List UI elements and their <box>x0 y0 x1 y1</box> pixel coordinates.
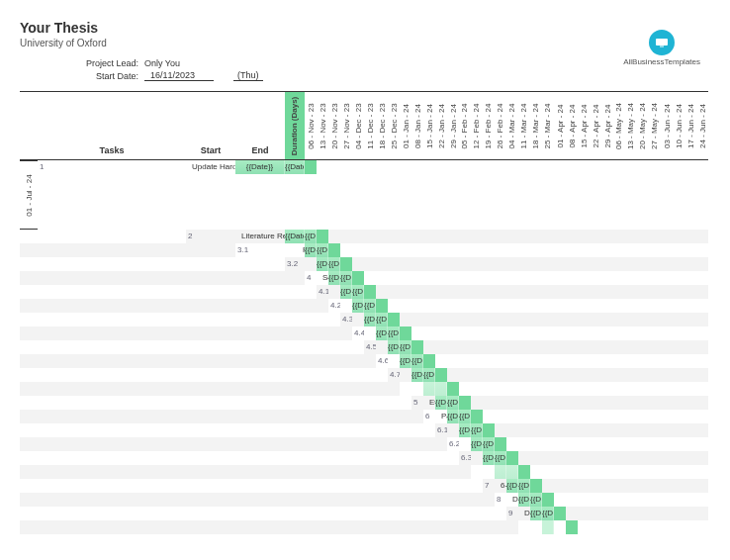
task-duration[interactable] <box>411 340 423 354</box>
gantt-cell[interactable] <box>400 520 411 534</box>
gantt-cell[interactable] <box>400 493 411 507</box>
start-date-input[interactable]: 16/11/2023 <box>144 70 214 81</box>
gantt-cell[interactable] <box>590 451 601 465</box>
task-end[interactable] <box>435 382 447 396</box>
task-start[interactable]: {{Date}} <box>459 423 471 437</box>
gantt-cell[interactable] <box>20 437 38 451</box>
gantt-cell[interactable] <box>364 354 376 368</box>
gantt-cell[interactable] <box>542 327 554 340</box>
gantt-cell[interactable] <box>637 423 649 437</box>
gantt-cell[interactable] <box>696 396 708 410</box>
gantt-cell[interactable] <box>186 271 235 285</box>
gantt-cell[interactable] <box>423 285 435 299</box>
gantt-cell[interactable] <box>435 271 447 285</box>
gantt-cell[interactable] <box>518 410 530 423</box>
gantt-cell[interactable] <box>471 396 483 410</box>
gantt-cell[interactable] <box>566 243 578 257</box>
gantt-cell[interactable] <box>435 465 447 479</box>
gantt-cell[interactable] <box>637 451 649 465</box>
gantt-cell[interactable] <box>186 340 235 354</box>
gantt-cell[interactable] <box>235 257 285 271</box>
task-duration[interactable] <box>554 507 566 520</box>
gantt-cell[interactable] <box>305 313 317 327</box>
gantt-cell[interactable] <box>613 396 625 410</box>
gantt-cell[interactable] <box>388 160 400 174</box>
gantt-cell[interactable] <box>649 327 661 340</box>
gantt-cell[interactable] <box>637 160 649 174</box>
gantt-cell[interactable] <box>186 313 235 327</box>
gantt-cell[interactable] <box>518 437 530 451</box>
gantt-cell[interactable] <box>364 507 376 520</box>
gantt-cell[interactable] <box>400 160 411 174</box>
gantt-cell[interactable] <box>352 479 364 493</box>
gantt-cell[interactable] <box>400 423 411 437</box>
gantt-cell[interactable] <box>649 410 661 423</box>
gantt-cell[interactable] <box>20 327 38 340</box>
gantt-cell[interactable] <box>601 257 613 271</box>
gantt-cell[interactable] <box>305 493 317 507</box>
gantt-cell[interactable] <box>328 340 340 354</box>
gantt-cell[interactable] <box>328 396 340 410</box>
task-duration[interactable] <box>483 423 495 437</box>
gantt-cell[interactable] <box>578 493 590 507</box>
gantt-cell[interactable] <box>601 243 613 257</box>
gantt-cell[interactable] <box>447 368 459 382</box>
gantt-cell[interactable] <box>661 479 673 493</box>
gantt-cell[interactable] <box>471 354 483 368</box>
gantt-cell[interactable] <box>649 354 661 368</box>
gantt-cell[interactable] <box>447 340 459 354</box>
gantt-cell[interactable] <box>637 465 649 479</box>
gantt-cell[interactable] <box>376 423 388 437</box>
gantt-cell[interactable] <box>601 410 613 423</box>
gantt-cell[interactable] <box>542 451 554 465</box>
gantt-cell[interactable] <box>471 493 483 507</box>
task-end[interactable]: {{Date}} <box>483 437 495 451</box>
gantt-cell[interactable] <box>696 423 708 437</box>
gantt-cell[interactable] <box>637 368 649 382</box>
gantt-cell[interactable] <box>38 327 186 340</box>
gantt-cell[interactable] <box>661 396 673 410</box>
gantt-cell[interactable] <box>625 354 637 368</box>
gantt-cell[interactable] <box>352 507 364 520</box>
gantt-cell[interactable] <box>601 520 613 534</box>
gantt-cell[interactable] <box>20 507 38 520</box>
gantt-cell[interactable] <box>285 534 305 548</box>
gantt-cell[interactable] <box>20 354 38 368</box>
task-duration[interactable] <box>471 410 483 423</box>
gantt-cell[interactable] <box>340 534 352 548</box>
gantt-cell[interactable] <box>352 423 364 437</box>
gantt-cell[interactable] <box>20 230 38 243</box>
gantt-cell[interactable] <box>590 340 601 354</box>
gantt-cell[interactable] <box>38 243 186 257</box>
gantt-cell[interactable] <box>613 368 625 382</box>
task-start[interactable]: {{Date}} <box>435 396 447 410</box>
gantt-cell[interactable] <box>613 479 625 493</box>
gantt-cell[interactable] <box>340 423 352 437</box>
task-duration[interactable] <box>542 493 554 507</box>
task-duration[interactable] <box>400 327 411 340</box>
gantt-cell[interactable] <box>613 257 625 271</box>
gantt-cell[interactable] <box>554 437 566 451</box>
gantt-cell[interactable] <box>542 313 554 327</box>
gantt-cell[interactable] <box>435 257 447 271</box>
gantt-cell[interactable] <box>447 479 459 493</box>
gantt-cell[interactable] <box>590 230 601 243</box>
gantt-cell[interactable] <box>483 285 495 299</box>
gantt-cell[interactable] <box>495 327 506 340</box>
gantt-cell[interactable] <box>684 257 696 271</box>
task-start[interactable]: {{Date}} <box>376 327 388 340</box>
gantt-cell[interactable] <box>435 230 447 243</box>
gantt-cell[interactable] <box>38 299 186 313</box>
gantt-cell[interactable] <box>542 382 554 396</box>
gantt-cell[interactable] <box>661 507 673 520</box>
gantt-cell[interactable] <box>590 313 601 327</box>
gantt-cell[interactable] <box>411 285 423 299</box>
gantt-cell[interactable] <box>364 451 376 465</box>
task-duration[interactable] <box>305 160 317 174</box>
gantt-cell[interactable] <box>649 507 661 520</box>
gantt-cell[interactable] <box>518 354 530 368</box>
gantt-cell[interactable] <box>625 396 637 410</box>
gantt-cell[interactable] <box>530 382 542 396</box>
gantt-cell[interactable] <box>388 451 400 465</box>
gantt-cell[interactable] <box>411 230 423 243</box>
